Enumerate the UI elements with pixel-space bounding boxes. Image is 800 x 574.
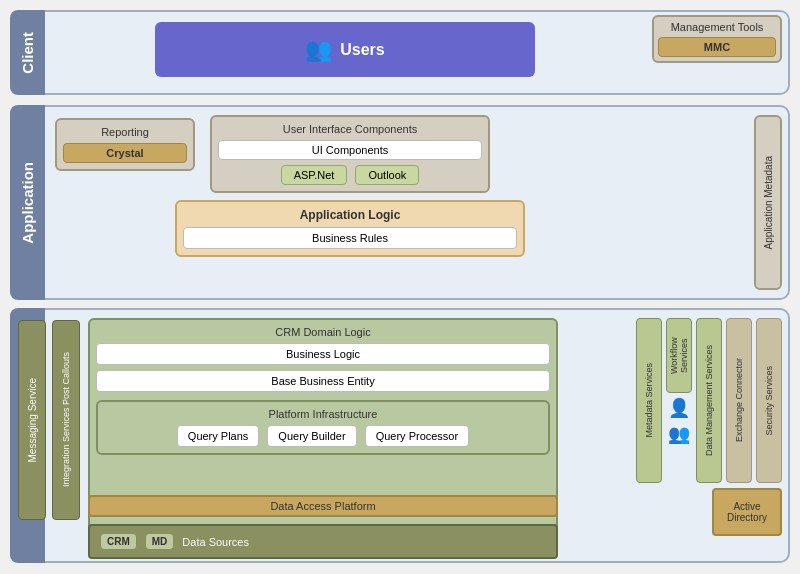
architecture-diagram: Client 👥 Users Management Tools MMC Appl… [0, 0, 800, 574]
workflow-svc-group: Workflow Services 👤 👥 [666, 318, 692, 483]
users-label: Users [340, 41, 384, 59]
mgmt-title: Management Tools [658, 21, 776, 33]
business-rules-box: Business Rules [183, 227, 517, 249]
reporting-title: Reporting [63, 126, 187, 138]
right-services: Metadata Services Workflow Services 👤 👥 … [636, 318, 782, 483]
client-label-strip: Client [10, 10, 45, 95]
security-label: Security Services [764, 366, 774, 436]
active-dir-label: Active Directory [714, 501, 780, 523]
md-badge: MD [145, 533, 175, 550]
workflow-svc-label: Workflow Services [669, 319, 689, 392]
data-access-platform: Data Access Platform [88, 495, 558, 517]
app-metadata-label: Application Metadata [763, 156, 774, 249]
ui-components-inner: UI Components [218, 140, 482, 160]
workflow-icons: 👤 [668, 397, 690, 419]
management-tools: Management Tools MMC [652, 15, 782, 63]
business-logic-box: Business Logic [96, 343, 550, 365]
query-processor: Query Processor [365, 425, 470, 447]
query-plans: Query Plans [177, 425, 260, 447]
platform-infra: Platform Infrastructure Query Plans Quer… [96, 400, 550, 455]
ui-row: ASP.Net Outlook [218, 165, 482, 185]
ui-components-box: User Interface Components UI Components … [210, 115, 490, 193]
users-icon: 👥 [305, 37, 332, 63]
outlook-item: Outlook [355, 165, 419, 185]
data-access-label: Data Access Platform [270, 500, 375, 512]
workflow-icon2: 👥 [668, 423, 690, 445]
platform-row: Query Plans Query Builder Query Processo… [104, 425, 542, 447]
users-box: 👥 Users [155, 22, 535, 77]
platform-title: Platform Infrastructure [104, 408, 542, 420]
messaging-service: Messaging Service [18, 320, 46, 520]
data-mgmt-bar: Data Management Services [696, 318, 722, 483]
base-entity-box: Base Business Entity [96, 370, 550, 392]
data-sources-label: Data Sources [182, 536, 249, 548]
exchange-label: Exchange Connector [734, 358, 744, 442]
crm-badge: CRM [100, 533, 137, 550]
aspnet-item: ASP.Net [281, 165, 348, 185]
ui-components-title: User Interface Components [218, 123, 482, 135]
crm-domain-title: CRM Domain Logic [96, 326, 550, 338]
mmc-box: MMC [658, 37, 776, 57]
messaging-label: Messaging Service [27, 378, 38, 462]
integration-label: Integration Services Post Callouts [61, 352, 71, 487]
app-logic-title: Application Logic [183, 208, 517, 222]
data-sources: CRM MD Data Sources [88, 524, 558, 559]
metadata-svc-bar: Metadata Services [636, 318, 662, 483]
app-logic-box: Application Logic Business Rules [175, 200, 525, 257]
app-metadata: Application Metadata [754, 115, 782, 290]
app-label: Application [19, 162, 36, 244]
reporting-box: Reporting Crystal [55, 118, 195, 171]
integration-service: Integration Services Post Callouts [52, 320, 80, 520]
data-mgmt-label: Data Management Services [704, 345, 714, 456]
workflow-svc-bar: Workflow Services [666, 318, 692, 393]
security-bar: Security Services [756, 318, 782, 483]
exchange-bar: Exchange Connector [726, 318, 752, 483]
metadata-svc-label: Metadata Services [644, 363, 654, 438]
active-directory: Active Directory [712, 488, 782, 536]
client-label: Client [19, 32, 36, 74]
app-label-strip: Application [10, 105, 45, 300]
crystal-box: Crystal [63, 143, 187, 163]
query-builder: Query Builder [267, 425, 356, 447]
